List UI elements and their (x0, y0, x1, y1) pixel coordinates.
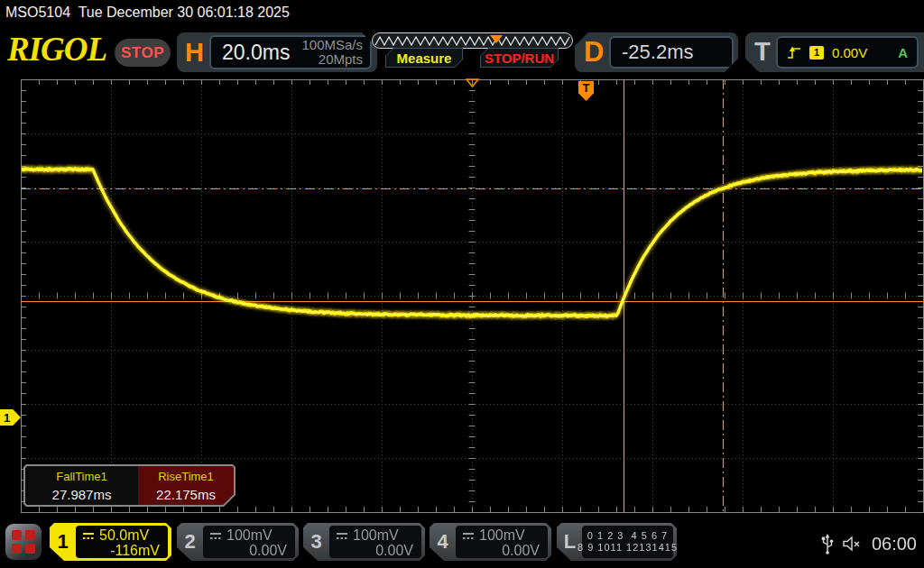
ch3-scale: 100mV (353, 527, 399, 544)
channel-4-block[interactable]: 4 100mV 0.00V (430, 523, 551, 561)
horizontal-label: H (185, 38, 204, 68)
header-bar: RIGOL STOP H 20.0ms 100MSa/s 20Mpts Meas… (0, 27, 924, 76)
trigger-box[interactable]: 1 0.00V A (776, 36, 919, 69)
ch1-scale: 50.0mV (99, 527, 149, 544)
measure-button[interactable]: Measure (385, 48, 463, 68)
memory-depth: 20Mpts (301, 52, 363, 67)
measurement-results-panel[interactable]: FallTime1 27.987ms RiseTime1 22.175ms (23, 464, 236, 507)
ch1-offset: -116mV (76, 543, 168, 559)
logic-channels-block[interactable]: L 0 1 2 3 4 5 6 7 8 9 1011 12131415 (557, 523, 677, 561)
top-title-bar: MSO5104 Tue December 30 06:01:18 2025 (0, 0, 924, 27)
status-tray: 06:00 (821, 519, 917, 568)
measurement-label: RiseTime1 (138, 470, 234, 483)
overview-trigger-position-icon[interactable] (490, 35, 503, 43)
rising-slope-icon (787, 46, 801, 60)
ch2-scale: 100mV (226, 527, 273, 544)
delay-label: D (584, 36, 604, 69)
rigol-logo: RIGOL (7, 30, 106, 69)
measurement-label: FallTime1 (25, 470, 138, 483)
digital-channels-0-7: 0 1 2 3 4 5 6 7 (587, 530, 668, 542)
channel-1-block[interactable]: 1 50.0mV -116mV (50, 523, 171, 561)
trigger-sweep-mode: A (898, 45, 908, 60)
timebase-value: 20.0ms (211, 41, 301, 65)
model-and-datetime: MSO5104 Tue December 30 06:01:18 2025 (5, 5, 290, 21)
measurement-value: 27.987ms (25, 487, 138, 502)
usb-icon (821, 533, 834, 554)
trigger-settings-group[interactable]: T 1 0.00V A (745, 32, 924, 72)
ch3-offset: 0.00V (329, 543, 421, 559)
grid-icon (12, 530, 35, 554)
ch4-scale: 100mV (479, 527, 525, 544)
ch2-offset: 0.00V (203, 543, 295, 559)
run-state-indicator[interactable]: STOP (115, 39, 171, 67)
stop-run-button[interactable]: STOP/RUN (480, 48, 559, 68)
waveform-overview-bar[interactable] (372, 32, 573, 49)
oscilloscope-screen: MSO5104 Tue December 30 06:01:18 2025 RI… (0, 0, 924, 568)
channel-3-block[interactable]: 3 100mV 0.00V (303, 523, 425, 561)
horizontal-reference-icon (466, 78, 480, 88)
speaker-muted-icon[interactable] (843, 536, 863, 552)
horizontal-settings-group[interactable]: H 20.0ms 100MSa/s 20Mpts (177, 32, 377, 72)
graticule-and-trace-canvas[interactable] (0, 76, 924, 519)
measurement-falltime[interactable]: FallTime1 27.987ms (25, 466, 138, 505)
clock: 06:00 (872, 534, 917, 554)
trigger-source-badge: 1 (809, 46, 824, 60)
timebase-box[interactable]: 20.0ms 100MSa/s 20Mpts (209, 35, 372, 69)
channel-status-bar: 1 50.0mV -116mV 2 (0, 519, 924, 568)
delay-box[interactable]: -25.2ms (609, 36, 734, 69)
measurement-risetime[interactable]: RiseTime1 22.175ms (138, 466, 234, 505)
overview-zigzag-icon (373, 33, 574, 50)
digital-channels-8-15: 8 9 1011 12131415 (578, 542, 678, 554)
trigger-label: T (754, 37, 771, 67)
delay-value: -25.2ms (611, 41, 693, 64)
delay-settings-group[interactable]: D -25.2ms (575, 32, 738, 72)
dc-coupling-icon (82, 532, 95, 540)
waveform-display-area[interactable]: T 1 FallTime1 27.987ms RiseTime1 22.175m… (0, 76, 924, 519)
ch4-offset: 0.00V (456, 543, 548, 559)
channel-menu-button[interactable] (5, 524, 42, 560)
trigger-level-value: 0.00V (832, 45, 890, 60)
sample-rate: 100MSa/s (301, 38, 363, 52)
channel-2-block[interactable]: 2 100mV 0.00V (177, 523, 299, 561)
dc-coupling-icon (462, 532, 475, 540)
dc-coupling-icon (336, 532, 348, 540)
dc-coupling-icon (209, 532, 222, 540)
measurement-value: 22.175ms (138, 487, 234, 502)
acquisition-info: 100MSa/s 20Mpts (301, 38, 370, 67)
